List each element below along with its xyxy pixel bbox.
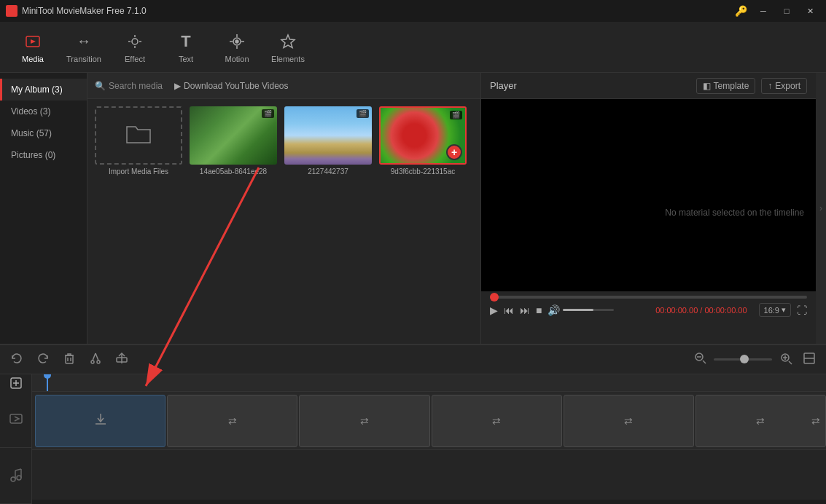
- flower-vid-badge: 🎬: [450, 111, 462, 119]
- svg-line-19: [703, 361, 706, 363]
- maximize-button[interactable]: □: [776, 4, 797, 18]
- import-label: Import Media Files: [109, 168, 168, 176]
- timeline-ruler[interactable]: [32, 374, 826, 392]
- media-item-beach[interactable]: 🎬 2127442737: [284, 106, 372, 176]
- toolbar-text[interactable]: T Text: [160, 25, 211, 69]
- time-total: 00:00:00.00: [704, 306, 747, 315]
- video-clip-4[interactable]: ⇄: [432, 395, 562, 447]
- sidebar-item-music[interactable]: Music (57): [0, 122, 87, 144]
- player-controls: ▶ ⏮ ⏭ ■ 🔊 00:00:00.00 / 00:00:00.00 16:9: [481, 291, 816, 344]
- playhead[interactable]: [47, 374, 48, 391]
- media-icon: [25, 31, 41, 52]
- timeline-audio-track-icon: [0, 448, 31, 504]
- timeline-content: ⇄ ⇄ ⇄ ⇄ ⇄ ⇄: [0, 374, 826, 504]
- timeline-left: [0, 374, 32, 504]
- toolbar-transition[interactable]: ↔ Transition: [58, 25, 109, 69]
- split-button[interactable]: [112, 349, 131, 371]
- player-panel: Player ◧ Template ↑ Export ▶ ⏮ ⏭: [480, 73, 816, 344]
- elements-icon: [280, 31, 296, 52]
- download-youtube-btn[interactable]: ▶ Download YouTube Videos: [174, 81, 288, 91]
- template-button[interactable]: ◧ Template: [696, 78, 756, 94]
- fullscreen-button[interactable]: ⛶: [797, 304, 807, 316]
- progress-bar[interactable]: [490, 296, 807, 299]
- next-frame-button[interactable]: ⏭: [520, 304, 530, 316]
- svg-line-22: [789, 361, 792, 364]
- minimize-button[interactable]: ─: [753, 4, 774, 18]
- right-panel-handle[interactable]: ›: [816, 73, 826, 344]
- svg-line-15: [96, 353, 98, 361]
- flower-label: 9d3f6cbb-221315ac: [391, 168, 455, 176]
- delete-button[interactable]: [60, 349, 79, 371]
- close-button[interactable]: ✕: [800, 4, 820, 18]
- time-display: 00:00:00.00 / 00:00:00.00: [655, 306, 747, 315]
- svg-point-32: [17, 476, 21, 480]
- player-screen: [481, 99, 816, 291]
- zoom-fit-icon[interactable]: [800, 349, 819, 371]
- svg-point-13: [97, 361, 100, 363]
- swap-icon-1: ⇄: [811, 415, 820, 427]
- stop-button[interactable]: ■: [536, 304, 542, 316]
- app-icon: [6, 5, 17, 17]
- import-media-thumb[interactable]: Import Media Files: [95, 106, 182, 176]
- effect-icon: [127, 31, 143, 52]
- effect-label: Effect: [125, 55, 145, 63]
- sidebar-item-pictures[interactable]: Pictures (0): [0, 144, 87, 166]
- toolbar-elements[interactable]: Elements: [262, 25, 313, 69]
- svg-point-12: [91, 361, 94, 363]
- prev-frame-button[interactable]: ⏮: [504, 304, 514, 316]
- search-box[interactable]: 🔍 Search media: [95, 81, 163, 91]
- playhead-dot: [44, 374, 51, 379]
- motion-icon: [229, 31, 245, 52]
- toolbar-media[interactable]: Media: [7, 25, 58, 69]
- video-clip-6[interactable]: ⇄: [696, 395, 826, 447]
- beach-vid-badge: 🎬: [356, 109, 369, 118]
- swap-icon-3: ⇄: [360, 415, 369, 427]
- zoom-out-icon[interactable]: [690, 348, 709, 371]
- zoom-in-icon[interactable]: [776, 349, 795, 371]
- zoom-thumb: [740, 355, 749, 363]
- undo-button[interactable]: [7, 349, 26, 371]
- volume-slider[interactable]: 🔊: [548, 304, 614, 316]
- media-item-flower[interactable]: 🎬 + 9d3f6cbb-221315ac: [379, 106, 467, 176]
- video-clip-3[interactable]: ⇄: [299, 395, 429, 447]
- svg-line-14: [93, 353, 96, 361]
- sidebar-item-videos[interactable]: Videos (3): [0, 101, 87, 122]
- timeline-video-track-icon: [0, 391, 31, 447]
- export-icon: ↑: [768, 81, 772, 91]
- swap-icon-5: ⇄: [624, 415, 633, 427]
- toolbar-motion[interactable]: Motion: [211, 25, 262, 69]
- ratio-selector[interactable]: 16:9 ▾: [759, 303, 791, 317]
- export-button[interactable]: ↑ Export: [761, 78, 807, 94]
- sidebar-item-my-album[interactable]: My Album (3): [0, 79, 87, 101]
- forest-thumb-img: 🎬: [190, 106, 277, 165]
- video-icon-2: 🎬: [359, 110, 367, 117]
- import-box[interactable]: [95, 106, 182, 165]
- chevron-down-icon: ▾: [782, 305, 786, 315]
- ratio-value: 16:9: [764, 306, 779, 315]
- controls-row: ▶ ⏮ ⏭ ■ 🔊 00:00:00.00 / 00:00:00.00 16:9: [490, 303, 807, 317]
- zoom-track[interactable]: [714, 358, 772, 361]
- text-icon: T: [181, 31, 190, 52]
- play-button[interactable]: ▶: [490, 304, 498, 316]
- video-clip-1[interactable]: ⇄: [35, 395, 165, 447]
- timeline-add-icon[interactable]: [0, 374, 31, 391]
- player-title: Player: [490, 80, 517, 91]
- volume-fill: [563, 309, 593, 311]
- swap-icon-6: ⇄: [756, 415, 765, 427]
- toolbar: Media ↔ Transition Effect T Text: [0, 22, 826, 73]
- player-header: Player ◧ Template ↑ Export: [481, 73, 816, 99]
- add-to-timeline-overlay[interactable]: +: [446, 144, 462, 160]
- toolbar-effect[interactable]: Effect: [109, 25, 160, 69]
- timeline-zoom: [690, 348, 819, 371]
- video-icon-3: 🎬: [452, 111, 460, 119]
- video-clip-2[interactable]: ⇄: [167, 395, 297, 447]
- video-clip-5[interactable]: ⇄: [564, 395, 694, 447]
- cut-button[interactable]: [86, 349, 105, 371]
- media-item-forest[interactable]: 🎬 14ae05ab-8641ee28: [190, 106, 277, 176]
- volume-track[interactable]: [563, 309, 614, 311]
- player-header-buttons: ◧ Template ↑ Export: [696, 78, 807, 94]
- redo-button[interactable]: [34, 349, 52, 371]
- media-label: Media: [22, 55, 44, 63]
- swap-icon-4: ⇄: [492, 415, 501, 427]
- sidebar: My Album (3) Videos (3) Music (57) Pictu…: [0, 73, 87, 344]
